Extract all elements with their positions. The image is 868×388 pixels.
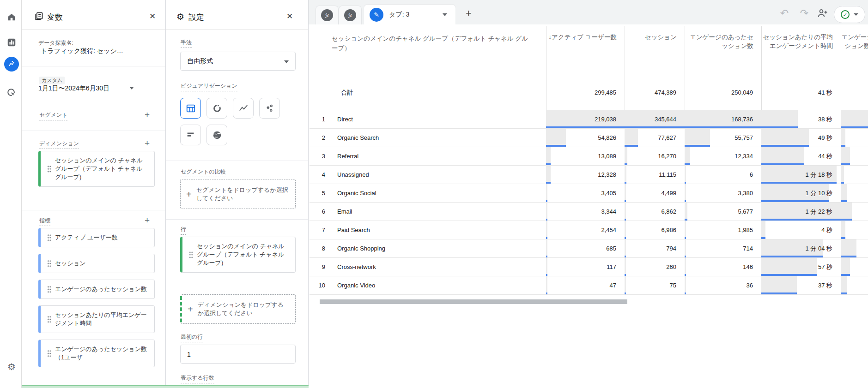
- table-row[interactable]: 10Organic Video47753637 秒: [310, 276, 868, 295]
- row-dimension-value: Referral: [337, 147, 358, 166]
- explore-icon[interactable]: [4, 57, 19, 72]
- dimension-drop-zone[interactable]: + ディメンションをドロップするか選択してください: [180, 294, 296, 324]
- variables-panel-title: 変数: [47, 12, 63, 23]
- line-chart-icon[interactable]: [233, 98, 254, 119]
- table-cell-value: 44 秒: [761, 147, 832, 166]
- tab-1-avatar: タ: [321, 9, 333, 21]
- bar-chart-icon[interactable]: [180, 125, 201, 145]
- table-cell-value: 1 分 18 秒: [761, 166, 832, 184]
- drag-handle-icon[interactable]: [47, 260, 51, 267]
- cell-bar-underline: [841, 145, 845, 147]
- tab-collapsed-2[interactable]: タ: [339, 6, 362, 24]
- advertising-icon[interactable]: [4, 85, 19, 100]
- rows-label: 行: [181, 226, 186, 235]
- table-cell-value: 146: [685, 258, 753, 276]
- drag-handle-icon[interactable]: [47, 350, 51, 357]
- first-row-input[interactable]: 1: [180, 345, 296, 364]
- dimension-column-header[interactable]: セッションのメインのチャネル グループ（デフォルト チャネル グループ）: [332, 34, 530, 53]
- cell-bar-underline: [841, 219, 852, 221]
- table-row[interactable]: 5Organic Social3,4054,4993,3801 分 10 秒: [310, 184, 868, 203]
- technique-select[interactable]: 自由形式: [180, 52, 296, 71]
- table-row[interactable]: 4Unassigned12,32811,11561 分 18 秒: [310, 166, 868, 184]
- date-range-value[interactable]: 1月1日〜2024年6月30日: [38, 84, 109, 93]
- cell-bar: [841, 184, 847, 202]
- table-row[interactable]: 6Email3,3446,8625,6771 分 22 秒: [310, 203, 868, 221]
- add-metric-button[interactable]: +: [145, 216, 150, 225]
- row-dimension-card[interactable]: セッションのメインの チャネル グループ（デフォルト チャネル グループ): [180, 237, 296, 273]
- date-range-caret-icon[interactable]: [129, 87, 134, 90]
- column-header[interactable]: セッション: [625, 33, 677, 42]
- column-header-label: セッションあたりの平均エンゲージメント時間: [763, 34, 833, 49]
- table-cell-value: 260: [625, 258, 676, 276]
- drag-handle-icon[interactable]: [47, 316, 51, 323]
- metric-card[interactable]: セッションあたりの平均エンゲージメント時間: [38, 305, 155, 333]
- saved-status-button[interactable]: ✓: [834, 6, 865, 23]
- tab-collapsed-1[interactable]: タ: [316, 6, 339, 24]
- table-row[interactable]: 2Organic Search54,82677,62755,75749 秒: [310, 129, 868, 147]
- exploration-name-value[interactable]: トラフィック獲得: セッシ…: [41, 47, 123, 55]
- technique-label: 手法: [181, 39, 192, 48]
- drag-handle-icon[interactable]: [47, 286, 51, 293]
- table-cell-value: 6,986: [625, 221, 676, 239]
- table-cell-value: 299,485: [546, 75, 616, 110]
- variables-close-icon[interactable]: ✕: [149, 12, 156, 21]
- geo-map-icon[interactable]: [206, 125, 227, 145]
- metric-card[interactable]: エンゲージのあったセッション数: [38, 280, 155, 299]
- table-cell-value: 12,334: [685, 147, 753, 166]
- add-segment-button[interactable]: +: [145, 110, 150, 119]
- drag-handle-icon[interactable]: [189, 251, 193, 258]
- table-cell-value: 794: [625, 239, 676, 258]
- table-cell-value: 250,049: [685, 75, 753, 110]
- horizontal-scrollbar[interactable]: [320, 299, 627, 304]
- technique-caret-icon: [284, 60, 289, 63]
- share-add-user-icon[interactable]: [816, 6, 830, 20]
- table-row[interactable]: 1Direct219,038345,644168,73638 秒: [310, 110, 868, 129]
- row-dimension-value: Paid Search: [337, 221, 370, 239]
- table-row[interactable]: 8Organic Shopping6857947141 分 04 秒: [310, 239, 868, 258]
- table-cell-value: 37 秒: [761, 276, 832, 295]
- table-cell-value: 1 分 10 秒: [761, 184, 832, 203]
- reports-icon[interactable]: [4, 35, 19, 50]
- column-header[interactable]: セッションあたりの平均エンゲージメント時間: [761, 33, 833, 50]
- undo-icon[interactable]: ↶: [777, 6, 791, 20]
- column-header[interactable]: ↓アクティブ ユーザー数: [546, 33, 617, 42]
- table-row[interactable]: 9Cross-network11726014657 秒: [310, 258, 868, 276]
- row-dimension-value: Organic Search: [337, 129, 379, 147]
- tab-active[interactable]: ✎ タブ: 3: [364, 5, 455, 24]
- date-range-chip: カスタム: [39, 77, 65, 84]
- settings-close-icon[interactable]: ✕: [286, 12, 293, 21]
- column-header[interactable]: エンゲージのあったセッション数: [685, 33, 753, 50]
- table-cell-value: 47: [546, 276, 616, 295]
- donut-chart-icon[interactable]: [206, 98, 227, 119]
- metric-card[interactable]: アクティブ ユーザー数: [38, 228, 155, 247]
- home-icon[interactable]: [4, 10, 19, 24]
- table-row[interactable]: 7Paid Search2,4546,9861,9854 秒: [310, 221, 868, 239]
- segment-comparison-label: セグメントの比較: [181, 168, 226, 177]
- drag-handle-icon[interactable]: [47, 165, 51, 173]
- table-icon[interactable]: [180, 98, 201, 119]
- table-cell-value: 1 分 04 秒: [761, 239, 832, 258]
- row-dimension-value: Organic Video: [337, 276, 375, 295]
- table-cell-value: 77,627: [625, 129, 676, 147]
- metric-card[interactable]: セッション: [38, 254, 155, 273]
- add-dimension-button[interactable]: +: [145, 139, 150, 148]
- settings-panel: ⚙ 設定 ✕ 手法 自由形式 ビジュアリゼーション セグメントの比較: [166, 0, 309, 388]
- table-row[interactable]: 3Referral13,08916,27012,33444 秒: [310, 147, 868, 166]
- add-tab-button[interactable]: +: [466, 8, 472, 18]
- table-cell-value: 2,454: [546, 221, 616, 239]
- row-number: 9: [313, 258, 325, 276]
- column-header-label: セッション: [645, 34, 677, 41]
- segment-drop-zone[interactable]: + セグメントをドロップするか選択してください: [180, 179, 296, 209]
- dimension-card[interactable]: セッションのメインの チャネル グループ（デフォルト チャネル グループ): [38, 151, 155, 187]
- settings-gear-icon[interactable]: ⚙: [4, 359, 19, 374]
- row-dimension-value: Organic Shopping: [337, 239, 385, 258]
- drag-handle-icon[interactable]: [47, 234, 51, 241]
- variables-icon: [34, 12, 43, 23]
- column-header[interactable]: エンゲージのあったセッション数（1ユーザーあたり）: [841, 33, 868, 59]
- cell-bar-underline: [841, 182, 844, 184]
- redo-icon[interactable]: ↷: [797, 6, 811, 20]
- status-caret-icon: [854, 13, 858, 16]
- metric-card[interactable]: エンゲージのあったセッション数（1ユーザ: [38, 340, 155, 367]
- scatter-chart-icon[interactable]: [259, 98, 280, 119]
- metrics-label: 指標: [39, 217, 50, 226]
